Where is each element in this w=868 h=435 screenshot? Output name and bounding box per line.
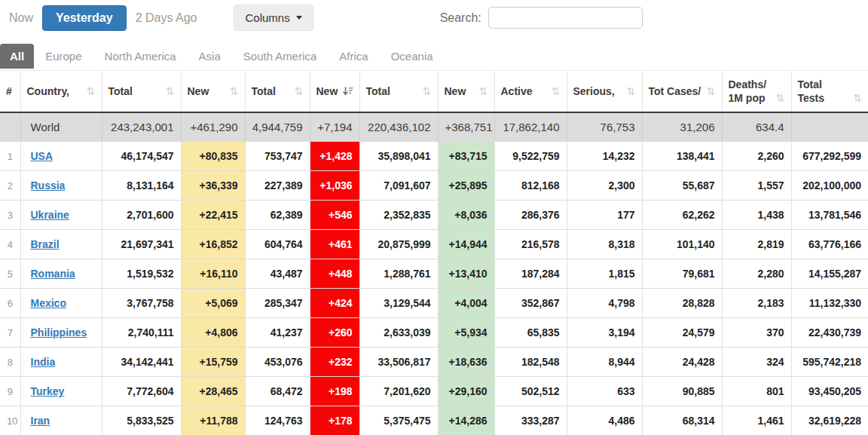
header-new-recovered[interactable]: New ⇅ [438,71,494,112]
tab-europe[interactable]: Europe [34,44,93,69]
serious-cell: 177 [567,201,642,230]
header-active-cases[interactable]: Active ⇅ [494,71,567,112]
cases-per-1m-cell: 28,828 [642,289,722,318]
header-label: New [316,85,338,97]
cases-per-1m-cell: 55,687 [642,171,722,201]
cases-per-1m-cell: 24,579 [642,318,722,348]
total-cases-cell: 46,174,547 [102,142,181,171]
search-label: Search: [440,11,481,25]
new-cases-cell: +28,465 [181,377,245,406]
country-row: 7 Philippines 2,740,111 +4,806 41,237 +2… [0,318,868,348]
country-cell: USA [20,142,102,171]
total-deaths-cell: 43,487 [245,259,310,289]
country-cell: Ukraine [20,201,102,230]
total-recovered-cell: 3,129,544 [359,289,438,318]
cases-per-1m-cell: 79,681 [642,259,722,289]
sort-icon: ⇅ [230,85,239,97]
tab-oceania[interactable]: Oceania [380,44,445,69]
country-link[interactable]: Russia [31,179,66,191]
country-row: 2 Russia 8,131,164 +36,339 227,389 +1,03… [0,171,868,201]
columns-button[interactable]: Columns [234,5,313,31]
header-country[interactable]: Country, ⇅ [20,71,102,112]
country-link[interactable]: Romania [31,268,75,280]
total-deaths-cell: 41,237 [245,318,310,348]
serious-cell: 8,944 [567,348,642,377]
sort-icon: ⇅ [423,85,432,97]
continent-tabs: All Europe North America Asia South Amer… [0,44,868,69]
deaths-per-1m-cell: 324 [722,348,791,377]
new-recovered-cell: +8,036 [438,201,494,230]
header-tot-cases-1m[interactable]: Tot Cases/ ⇅ [642,71,722,112]
new-recovered-cell: +368,751 [438,112,494,142]
country-cell: Turkey [20,377,102,406]
country-link[interactable]: Mexico [31,297,66,309]
serious-cell: 3,194 [567,318,642,348]
total-tests-cell: 11,132,330 [791,289,868,318]
now-button[interactable]: Now [9,11,33,25]
country-row: 1 USA 46,174,547 +80,835 753,747 +1,428 … [0,142,868,171]
header-new-deaths[interactable]: New [310,71,359,112]
country-row: 4 Brazil 21,697,341 +16,852 604,764 +461… [0,230,868,259]
serious-cell: 2,300 [567,171,642,201]
search-input[interactable] [488,7,643,29]
header-label: Serious, [573,85,615,97]
total-recovered-cell: 33,506,817 [359,348,438,377]
caret-down-icon [296,16,302,20]
new-recovered-cell: +4,004 [438,289,494,318]
header-serious-critical[interactable]: Serious, ⇅ [567,71,642,112]
two-days-ago-button[interactable]: 2 Days Ago [136,11,197,25]
tab-all[interactable]: All [0,44,34,69]
header-total-cases[interactable]: Total ⇅ [102,71,181,112]
total-cases-cell: 8,131,164 [102,171,181,201]
country-cell: India [20,348,102,377]
country-link[interactable]: Turkey [31,385,65,397]
total-tests-cell: 13,781,546 [791,201,868,230]
sort-icon: ⇅ [776,91,785,105]
cases-per-1m-cell: 68,314 [642,406,722,435]
header-total-deaths[interactable]: Total ⇅ [245,71,310,112]
new-deaths-cell: +424 [310,289,359,318]
country-link[interactable]: Philippines [31,326,87,339]
country-link[interactable]: Ukraine [31,209,69,221]
tab-asia[interactable]: Asia [188,44,232,69]
new-deaths-cell: +546 [310,201,359,230]
country-cell: Romania [20,259,102,289]
new-cases-cell: +15,759 [181,348,245,377]
new-deaths-cell: +178 [310,406,359,435]
total-tests-cell [791,112,868,142]
country-link[interactable]: Iran [31,415,50,427]
total-recovered-cell: 35,898,041 [359,142,438,171]
search-group: Search: [440,7,643,29]
new-deaths-cell: +448 [310,259,359,289]
total-cases-cell: 3,767,758 [102,289,181,318]
serious-cell: 633 [567,377,642,406]
new-cases-cell: +4,806 [181,318,245,348]
header-new-cases[interactable]: New ⇅ [181,71,245,112]
deaths-per-1m-cell: 1,557 [722,171,791,201]
yesterday-button[interactable]: Yesterday [42,5,127,31]
header-total-recovered[interactable]: Total ⇅ [359,71,438,112]
tab-south-america[interactable]: South America [232,44,329,69]
header-label: Active [501,85,533,97]
new-recovered-cell: +83,715 [438,142,494,171]
header-deaths-1m[interactable]: Deaths/ 1M pop ⇅ [722,71,791,112]
country-cell: Mexico [20,289,102,318]
total-recovered-cell: 20,875,999 [359,230,438,259]
country-link[interactable]: India [31,356,56,368]
sort-icon: ⇅ [552,85,561,97]
total-deaths-cell: 68,472 [245,377,310,406]
country-link[interactable]: USA [31,150,53,162]
country-link[interactable]: Brazil [31,238,60,250]
active-cases-cell: 187,284 [494,259,567,289]
tab-africa[interactable]: Africa [328,44,379,69]
new-cases-cell: +36,339 [181,171,245,201]
header-rank[interactable]: # [0,71,20,112]
deaths-per-1m-cell: 2,280 [722,259,791,289]
header-total-tests[interactable]: Total Tests ⇅ [791,71,868,112]
new-cases-cell: +80,835 [181,142,245,171]
tab-north-america[interactable]: North America [93,44,188,69]
total-tests-cell: 93,450,205 [791,377,868,406]
header-label: Deaths/ [729,78,767,90]
header-label: Tot Cases/ [649,85,701,97]
country-cell: Russia [20,171,102,201]
